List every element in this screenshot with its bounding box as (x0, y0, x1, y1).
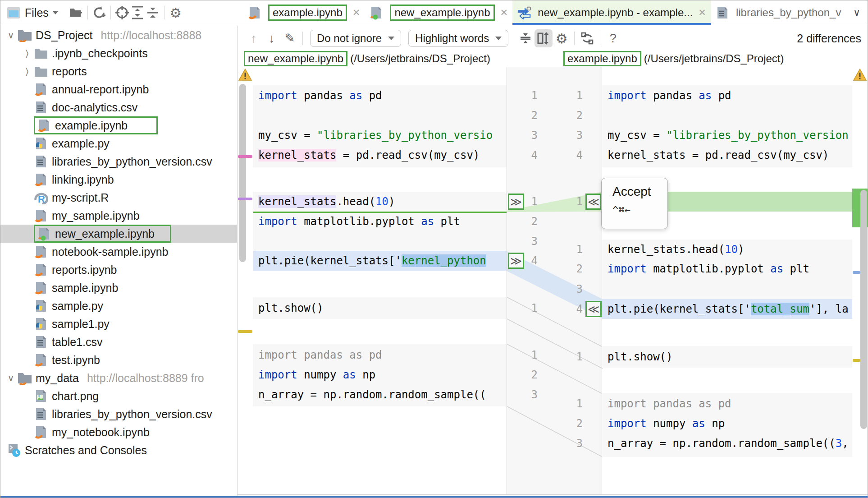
close-icon[interactable]: ✕ (500, 7, 508, 18)
project-icon (18, 28, 32, 42)
csv-icon (34, 154, 48, 169)
tree-item-scratches-and-consoles[interactable]: Scratches and Consoles (0, 441, 238, 459)
edit-icon[interactable]: ✎ (281, 29, 299, 47)
chevron-down-icon[interactable]: ∨ (4, 373, 18, 383)
accept-right-chevron-bottom[interactable]: ≫ (508, 253, 524, 269)
tree-item-doc-analytics-csv[interactable]: doc-analytics.csv (0, 98, 238, 116)
previous-difference-icon[interactable]: ↑ (245, 29, 263, 47)
files-dropdown-label[interactable]: Files (25, 6, 49, 19)
tree-item--ipynb-checkpoints[interactable]: 〉.ipynb_checkpoints (0, 44, 238, 62)
new-folder-icon[interactable] (69, 5, 84, 20)
chevron-right-icon[interactable]: 〉 (20, 66, 34, 77)
tree-item-sample-py[interactable]: sample.py (0, 297, 238, 315)
tree-item-reports[interactable]: 〉reports (0, 62, 238, 80)
diff-settings-icon[interactable]: ⚙ (553, 29, 571, 47)
accept-right-chevron-top[interactable]: ≫ (508, 194, 524, 210)
accept-left-chevron-top[interactable]: ≪ (585, 194, 602, 210)
settings-gear-icon[interactable]: ⚙ (168, 5, 183, 20)
diff-icon (517, 5, 531, 20)
tab-libraries-by-python-v[interactable]: libraries_by_python_v (711, 0, 848, 25)
chevron-right-icon[interactable]: 〉 (20, 48, 34, 59)
code-line: my_csv = "libraries_by_python_version (602, 125, 852, 145)
code-line (253, 231, 507, 251)
tree-item-label: my-script.R (52, 191, 109, 204)
csv-icon (715, 5, 730, 20)
tab-new-example-ipynb-example-[interactable]: new_example.ipynb - example...✕ (512, 0, 711, 25)
warning-icon[interactable] (238, 69, 252, 81)
code-token: as (349, 89, 362, 102)
stripe-change-marker[interactable] (238, 330, 252, 333)
chevron-down-icon[interactable]: ∨ (4, 30, 18, 41)
tree-item-my-notebook-ipynb[interactable]: my_notebook.ipynb (0, 423, 238, 441)
close-icon[interactable]: ✕ (698, 7, 706, 18)
code-token: "libraries_by_python_version (666, 129, 849, 142)
tree-item-reports-ipynb[interactable]: reports.ipynb (0, 261, 238, 279)
refresh-icon[interactable] (91, 5, 107, 20)
tree-item-table1-csv[interactable]: table1.csv (0, 333, 238, 351)
accept-tooltip-title[interactable]: Accept (612, 184, 667, 199)
next-difference-icon[interactable]: ↓ (263, 29, 281, 47)
tree-item-label: sample.ipynb (52, 281, 118, 295)
hidden-tabs-chevron-icon[interactable]: ∨ (853, 0, 868, 25)
code-line: kernel_stats.head(10) (602, 240, 852, 259)
right-line-number: 3 (556, 279, 583, 299)
code-token: import (258, 89, 297, 102)
ignore-policy-dropdown[interactable]: Do not ignore (310, 30, 401, 47)
tree-item-linking-ipynb[interactable]: linking.ipynb (0, 171, 238, 189)
right-line-number: 1 (556, 192, 583, 212)
tree-item-libraries-by-python-version-csv[interactable]: libraries_by_python_version.csv (0, 405, 238, 423)
left-error-stripe[interactable] (238, 67, 253, 495)
tree-item-label: chart.png (52, 390, 99, 403)
tree-item-example-py[interactable]: example.py (0, 134, 238, 152)
ipynb-icon (247, 5, 262, 20)
code-token: plt.show() (258, 302, 324, 314)
tree-item-my-sample-ipynb[interactable]: my_sample.ipynb (0, 207, 238, 225)
tree-item-my-data[interactable]: ∨my_datahttp://localhost:8889 fro (0, 369, 238, 387)
stripe-change-marker[interactable] (238, 198, 252, 200)
right-error-stripe[interactable] (852, 67, 868, 495)
stripe-change-marker[interactable] (853, 359, 860, 362)
tab-new-example-ipynb[interactable]: new_example.ipynb✕ (365, 0, 512, 25)
right-line-number: 3 (556, 125, 583, 145)
right-line-number: 2 (556, 106, 583, 125)
tree-item-my-script-r[interactable]: Rmy-script.R (0, 189, 238, 207)
ipynb-modified-icon (369, 5, 384, 20)
code-line (602, 106, 852, 125)
right-line-number: 2 (556, 414, 583, 433)
tree-item-test-ipynb[interactable]: test.ipynb (0, 351, 238, 369)
warning-icon[interactable] (853, 69, 867, 81)
tree-item-libraries-by-python-version-csv[interactable]: libraries_by_python_version.csv (0, 152, 238, 171)
rfile-icon: R (34, 190, 48, 205)
right-line-number: 4 (556, 299, 583, 319)
stripe-change-marker[interactable] (853, 271, 860, 274)
left-editor[interactable]: import pandas as pdmy_csv = "libraries_b… (253, 67, 507, 495)
tool-window-icon[interactable] (6, 5, 21, 20)
tree-item-annual-report-ipynb[interactable]: annual-report.ipynb (0, 80, 238, 98)
chevron-down-icon[interactable] (52, 11, 59, 14)
tree-item-sample-ipynb[interactable]: sample.ipynb (0, 279, 238, 297)
right-editor[interactable]: import pandas as pdmy_csv = "libraries_b… (602, 67, 852, 495)
sync-scroll-icon[interactable] (535, 29, 553, 47)
tree-item-notebook-sample-ipynb[interactable]: notebook-sample.ipynb (0, 243, 238, 261)
collapse-all-icon[interactable] (145, 5, 160, 20)
code-line: import matplotlib.pyplot as plt (253, 212, 507, 231)
tree-item-example-ipynb[interactable]: example.ipynb (0, 116, 238, 134)
stripe-change-marker[interactable] (238, 155, 252, 158)
code-token: as (699, 89, 712, 102)
swap-sides-icon[interactable] (578, 29, 596, 47)
collapse-unchanged-icon[interactable] (516, 29, 535, 47)
tree-item-chart-png[interactable]: chart.png (0, 387, 238, 405)
scrollbar-thumb[interactable] (860, 190, 867, 429)
tree-item-sample1-py[interactable]: sample1.py (0, 315, 238, 333)
toolbar-separator (600, 32, 600, 45)
accept-left-chevron-bottom[interactable]: ≪ (585, 301, 602, 317)
tree-item-ds-project[interactable]: ∨DS_Projecthttp://localhost:8888 (0, 26, 238, 44)
tree-item-new-example-ipynb[interactable]: new_example.ipynb (0, 225, 238, 243)
highlight-policy-dropdown[interactable]: Highlight words (408, 30, 508, 47)
scrollbar-thumb[interactable] (239, 84, 246, 262)
help-icon[interactable]: ? (604, 29, 622, 47)
close-icon[interactable]: ✕ (352, 7, 361, 18)
tab-example-ipynb[interactable]: example.ipynb✕ (243, 0, 365, 25)
locate-icon[interactable] (114, 5, 130, 20)
expand-all-icon[interactable] (130, 5, 145, 20)
